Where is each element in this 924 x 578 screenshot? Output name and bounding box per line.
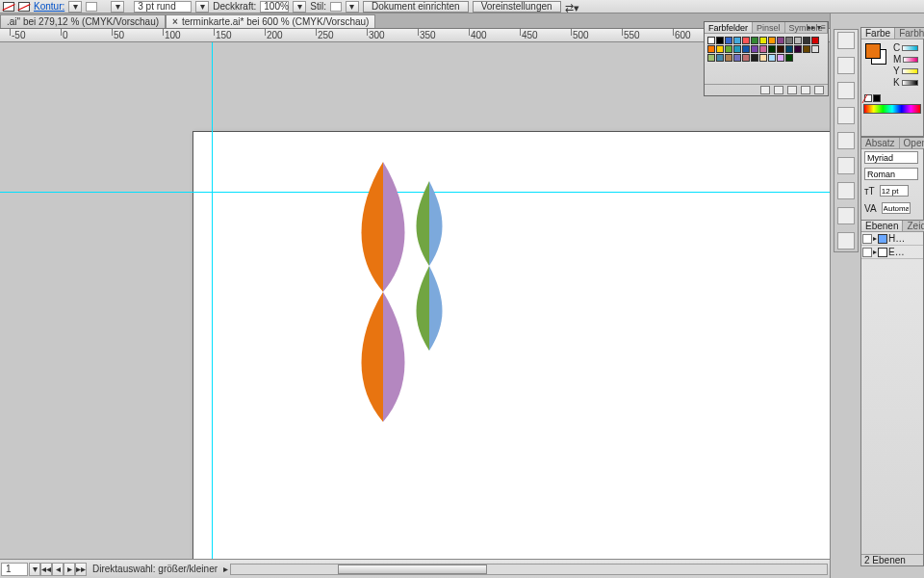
swatch-cell[interactable] xyxy=(707,54,715,62)
swatch-cell[interactable] xyxy=(725,45,732,53)
page-first-button[interactable]: ◂◂ xyxy=(40,563,52,576)
swatch-cell[interactable] xyxy=(768,45,776,53)
dock-icon-5[interactable] xyxy=(837,132,855,149)
tab-absatz[interactable]: Absatz xyxy=(861,138,900,148)
font-size-input[interactable] xyxy=(880,185,909,197)
tab-opentype[interactable]: OpenType xyxy=(900,138,924,148)
dock-icon-8[interactable] xyxy=(837,207,855,224)
none-swatch[interactable]: ∕ xyxy=(864,94,872,102)
style-swatch[interactable] xyxy=(330,2,342,12)
swatch-cell[interactable] xyxy=(742,45,750,53)
swatch-cell[interactable] xyxy=(707,45,715,53)
swatch-cell[interactable] xyxy=(768,54,776,62)
close-icon[interactable]: × xyxy=(172,16,178,27)
dock-icon-7[interactable] xyxy=(837,182,855,199)
opacity-dropdown[interactable]: ▾ xyxy=(293,1,306,13)
swatch-cell[interactable] xyxy=(716,37,724,44)
visibility-icon[interactable] xyxy=(862,234,872,244)
swatch-cell[interactable] xyxy=(811,45,819,53)
swatch-cell[interactable] xyxy=(716,54,724,62)
swatch-cell[interactable] xyxy=(768,37,776,44)
tab-pinsel[interactable]: Pinsel xyxy=(753,22,785,33)
swatch-cell[interactable] xyxy=(811,37,819,44)
canvas-area[interactable] xyxy=(0,42,830,559)
voreinstellungen-button[interactable]: Voreinstellungen xyxy=(473,1,561,13)
swatch-cell[interactable] xyxy=(759,45,767,53)
m-slider[interactable] xyxy=(903,57,918,63)
y-slider[interactable] xyxy=(902,68,918,74)
tab-zeichenfl[interactable]: Zeichenflä xyxy=(903,221,924,231)
swatch-cell[interactable] xyxy=(785,45,793,53)
spectrum-bar[interactable] xyxy=(863,104,921,114)
swatch-foot-icon-3[interactable] xyxy=(787,86,797,94)
tab-ebenen[interactable]: Ebenen xyxy=(861,221,903,231)
stroke-preset-dropdown[interactable]: ▾ xyxy=(195,1,209,13)
swatch-cell[interactable] xyxy=(785,37,793,44)
document-tab-1[interactable]: .ai" bei 279,12 % (CMYK/Vorschau) xyxy=(0,14,166,28)
font-weight-input[interactable] xyxy=(864,168,918,180)
arrow-start-dropdown[interactable]: ▾ xyxy=(111,1,124,13)
stroke-preset-field[interactable]: 3 pt rund xyxy=(134,1,192,13)
visibility-icon[interactable] xyxy=(862,248,872,257)
dokument-einrichten-button[interactable]: Dokument einrichten xyxy=(363,1,469,13)
swatch-cell[interactable] xyxy=(803,45,810,53)
layer-row-1[interactable]: ▸ H… xyxy=(861,232,923,246)
tab-farbfelder[interactable]: Farbfelder xyxy=(705,22,753,33)
swatch-cell[interactable] xyxy=(733,54,741,62)
dock-icon-1[interactable] xyxy=(837,32,855,49)
panel-collapse-icon[interactable]: ▸▸ ▾≡ xyxy=(808,23,826,32)
kontur-link[interactable]: Kontur: xyxy=(34,1,64,12)
swatch-foot-icon-4[interactable] xyxy=(801,86,810,94)
scrollbar-thumb[interactable] xyxy=(338,565,487,574)
swatch-cell[interactable] xyxy=(785,54,793,62)
c-slider[interactable] xyxy=(902,45,918,51)
swatch-cell[interactable] xyxy=(742,54,750,62)
swatch-foot-icon-2[interactable] xyxy=(774,86,783,94)
swatch-cell[interactable] xyxy=(777,37,784,44)
no-stroke-swatch[interactable] xyxy=(18,2,30,12)
kontur-weight-dropdown[interactable]: ▾ xyxy=(68,1,82,13)
tab-farbe[interactable]: Farbe xyxy=(861,28,895,39)
swatch-cell[interactable] xyxy=(777,45,784,53)
dock-icon-9[interactable] xyxy=(837,232,855,250)
style-dropdown[interactable]: ▾ xyxy=(346,1,359,13)
swatch-cell[interactable] xyxy=(725,54,732,62)
opacity-field[interactable]: 100% xyxy=(260,1,289,13)
swatch-cell[interactable] xyxy=(725,37,732,44)
dock-icon-3[interactable] xyxy=(837,82,855,99)
page-field[interactable]: 1 xyxy=(1,563,28,576)
swatch-cell[interactable] xyxy=(733,45,741,53)
swatch-cell[interactable] xyxy=(794,37,802,44)
panel-menu-icon[interactable]: ⇄▾ xyxy=(565,2,577,12)
dock-icon-6[interactable] xyxy=(837,157,855,174)
swatch-cell[interactable] xyxy=(707,37,715,44)
swatch-cell[interactable] xyxy=(733,37,741,44)
swatch-foot-icon-1[interactable] xyxy=(760,86,770,94)
tab-farbhilfe[interactable]: Farbhilfe xyxy=(895,28,924,39)
page-prev-button[interactable]: ▾ xyxy=(29,563,40,576)
no-fill-swatch[interactable] xyxy=(3,2,14,12)
dock-icon-2[interactable] xyxy=(837,57,855,74)
swatch-cell[interactable] xyxy=(751,54,758,62)
swatch-foot-icon-5[interactable] xyxy=(814,86,824,94)
swatch-cell[interactable] xyxy=(794,45,802,53)
page-next-button[interactable]: ▸ xyxy=(64,563,75,576)
swatch-cell[interactable] xyxy=(759,37,767,44)
stroke-align-icon[interactable] xyxy=(86,2,97,12)
swatch-cell[interactable] xyxy=(742,37,750,44)
horizontal-scrollbar[interactable] xyxy=(230,564,828,575)
document-tab-2[interactable]: ×terminkarte.ai* bei 600 % (CMYK/Vorscha… xyxy=(166,14,375,28)
swatch-cell[interactable] xyxy=(716,45,724,53)
swatch-cell[interactable] xyxy=(777,54,784,62)
swatch-cell[interactable] xyxy=(751,45,758,53)
black-swatch[interactable] xyxy=(873,94,881,102)
layer-row-2[interactable]: ▸ E… xyxy=(861,246,923,259)
font-family-input[interactable] xyxy=(864,151,918,164)
page-last-button[interactable]: ▸▸ xyxy=(75,563,87,576)
swatch-cell[interactable] xyxy=(803,37,810,44)
page-back-button[interactable]: ◂ xyxy=(52,563,64,576)
swatch-cell[interactable] xyxy=(759,54,767,62)
vertical-guide[interactable] xyxy=(212,42,213,559)
dock-icon-4[interactable] xyxy=(837,107,855,124)
leading-input[interactable] xyxy=(882,202,911,214)
